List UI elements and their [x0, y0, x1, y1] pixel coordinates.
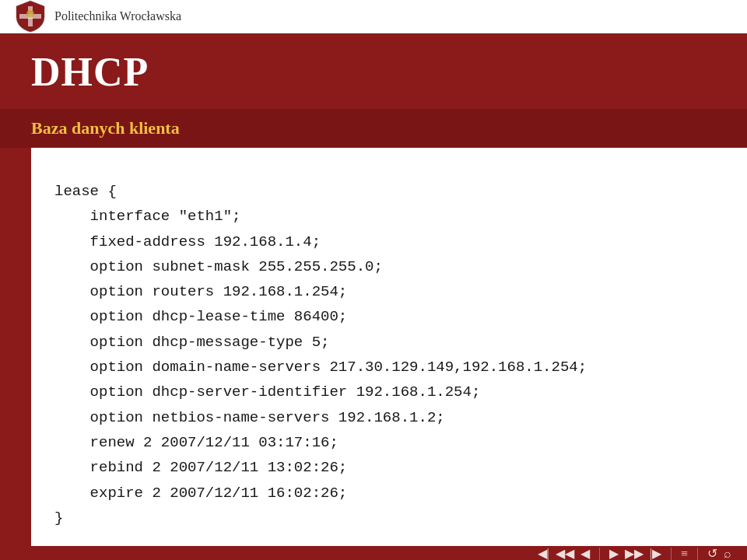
subtitle-text: Baza danych klienta — [31, 118, 716, 138]
content-row: lease { interface "eth1"; fixed-address … — [0, 148, 747, 546]
university-name: Politechnika Wrocławska — [54, 9, 181, 23]
content-area: lease { interface "eth1"; fixed-address … — [31, 148, 747, 546]
main-title: DHCP — [31, 49, 716, 95]
nav-prev-group-icon[interactable]: ◀◀ — [556, 546, 574, 560]
nav-separator-1 — [599, 548, 600, 560]
title-section: DHCP — [0, 33, 747, 109]
nav-prev-icon[interactable]: ◀ — [580, 546, 590, 560]
top-bar: Politechnika Wrocławska — [0, 0, 747, 33]
left-accent — [0, 148, 31, 546]
slide: Politechnika Wrocławska DHCP Baza danych… — [0, 0, 747, 560]
nav-next-icon[interactable]: ▶ — [609, 546, 619, 560]
subtitle-section: Baza danych klienta — [0, 109, 747, 148]
university-logo — [16, 0, 45, 33]
nav-separator-3 — [697, 548, 698, 560]
nav-refresh-icon[interactable]: ↺ — [707, 546, 717, 560]
bottom-nav: ◀| ◀◀ ◀ ▶ ▶▶ |▶ ≡ ↺ ⌕ — [0, 546, 747, 560]
nav-menu-icon[interactable]: ≡ — [681, 547, 688, 560]
nav-search-icon[interactable]: ⌕ — [724, 547, 731, 560]
nav-separator-2 — [671, 548, 672, 560]
nav-next-group-icon[interactable]: ▶▶ — [625, 546, 644, 560]
nav-last-icon[interactable]: |▶ — [650, 546, 661, 560]
code-block: lease { interface "eth1"; fixed-address … — [54, 179, 716, 530]
nav-first-icon[interactable]: ◀| — [538, 546, 549, 560]
logo-area: Politechnika Wrocławska — [16, 0, 181, 33]
